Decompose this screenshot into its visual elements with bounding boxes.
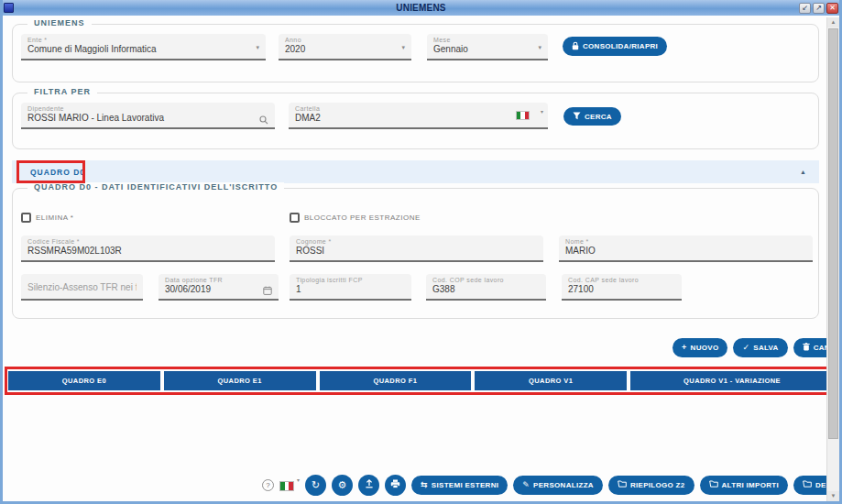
codice-fiscale-label: Codice Fiscale *: [27, 238, 268, 246]
trash-icon: [803, 343, 810, 353]
mese-select[interactable]: Mese Gennaio ▾: [427, 34, 548, 60]
chevron-down-icon: ▾: [401, 44, 405, 51]
data-opzione-value: 30/06/2019: [165, 284, 272, 295]
external-systems-icon: ⇆: [421, 481, 428, 489]
silenzio-assenso-tfr-field[interactable]: Silenzio-Assenso TFR nei fo...: [21, 274, 143, 301]
cognome-field[interactable]: Cognome * ROSSI: [290, 236, 543, 262]
consolida-riapri-button[interactable]: CONSOLIDA/RIAPRI: [563, 37, 667, 56]
quadro-d0-bar[interactable]: QUADRO D0 ▲: [12, 160, 819, 183]
dipendente-field[interactable]: Dipendente ROSSI MARIO - Linea Lavorativ…: [21, 103, 275, 129]
cartella-select[interactable]: Cartella DMA2 ▾: [289, 103, 548, 129]
window-controls: ↙ ↗ ✕: [799, 3, 838, 14]
upload-button[interactable]: [358, 475, 379, 496]
window-title: UNIEMENS: [0, 3, 842, 13]
anno-value: 2020: [285, 44, 405, 55]
elimina-checkbox-label: ELIMINA *: [36, 214, 73, 222]
dipendente-label: Dipendente: [27, 105, 268, 113]
collapse-panel-icon[interactable]: ▲: [800, 169, 806, 175]
bloccato-per-estrazione-checkbox[interactable]: BLOCCATO PER ESTRAZIONE: [290, 213, 421, 223]
titlebar: UNIEMENS ↙ ↗ ✕: [0, 0, 842, 16]
plus-icon: +: [682, 344, 687, 352]
nome-field[interactable]: Nome * MARIO: [559, 236, 813, 262]
quadro-d0-bar-label: QUADRO D0: [30, 168, 85, 177]
personalizza-label: PERSONALIZZA: [533, 481, 594, 489]
scrollbar-thumb[interactable]: [828, 28, 838, 439]
silenzio-assenso-placeholder: Silenzio-Assenso TFR nei fo...: [27, 277, 137, 298]
checkbox-box[interactable]: [21, 213, 31, 223]
sistemi-esterni-label: SISTEMI ESTERNI: [432, 481, 498, 489]
cognome-value: ROSSI: [296, 246, 537, 257]
italy-flag-icon: [516, 111, 530, 120]
ente-label: Ente *: [27, 37, 259, 44]
mese-value: Gennaio: [433, 44, 541, 55]
nuovo-button[interactable]: + NUOVO: [673, 338, 727, 357]
mese-label: Mese: [433, 37, 541, 44]
close-window-button[interactable]: ✕: [826, 3, 838, 14]
dipendente-value: ROSSI MARIO - Linea Lavorativa: [27, 113, 268, 124]
search-icon[interactable]: [259, 112, 268, 128]
altri-importi-label: ALTRI IMPORTI: [722, 481, 779, 489]
refresh-button[interactable]: ↻: [305, 475, 326, 496]
chevron-down-icon: ▾: [256, 44, 259, 51]
tipologia-iscritti-fcp-field[interactable]: Tipologia iscritti FCP 1: [290, 274, 411, 301]
tab-quadro-f1[interactable]: QUADRO F1: [320, 371, 472, 390]
uniemens-window: UNIEMENS ↙ ↗ ✕ UNIEMENS Ente * Comune di…: [0, 0, 842, 504]
quadri-tab-row: QUADRO E0 QUADRO E1 QUADRO F1 QUADRO V1 …: [8, 371, 834, 390]
bloccato-checkbox-label: BLOCCATO PER ESTRAZIONE: [304, 214, 421, 222]
filter-funnel-icon: [573, 112, 581, 122]
uniemens-section-legend: UNIEMENS: [27, 18, 92, 27]
cognome-label: Cognome *: [296, 238, 537, 246]
cod-cap-sede-lavoro-field[interactable]: Cod. CAP sede lavoro 27100: [562, 274, 682, 301]
settings-button[interactable]: ⚙: [332, 475, 353, 496]
tab-quadro-v1-variazione[interactable]: QUADRO V1 - VARIAZIONE: [630, 371, 834, 390]
folder-icon: [709, 480, 718, 489]
check-icon: ✓: [742, 344, 749, 352]
refresh-icon: ↻: [312, 476, 320, 495]
quadro-d0-legend: QUADRO D0 - DATI IDENTIFICATIVI DELL'ISC…: [27, 182, 284, 192]
ente-select[interactable]: Ente * Comune di Maggioli Informatica ▾: [21, 34, 266, 60]
altri-importi-button[interactable]: ALTRI IMPORTI: [700, 476, 788, 495]
restore-window-button[interactable]: ↙: [799, 3, 811, 14]
upload-icon: [365, 476, 374, 495]
data-opzione-tfr-field[interactable]: Data opzione TFR 30/06/2019: [159, 274, 279, 301]
pencil-icon: ✎: [522, 481, 530, 489]
nome-label: Nome *: [565, 238, 806, 246]
nome-value: MARIO: [565, 246, 806, 257]
calendar-icon[interactable]: [263, 282, 272, 299]
anno-select[interactable]: Anno 2020 ▾: [279, 34, 411, 60]
cerca-label: CERCA: [585, 113, 612, 121]
tab-quadro-v1[interactable]: QUADRO V1: [475, 371, 627, 390]
riepilogo-z2-button[interactable]: RIEPILOGO Z2: [608, 476, 694, 495]
scroll-up-icon[interactable]: ▲: [827, 17, 839, 27]
print-button[interactable]: [385, 475, 406, 496]
nuovo-label: NUOVO: [691, 344, 719, 352]
tipologia-label: Tipologia iscritti FCP: [296, 277, 405, 284]
checkbox-box[interactable]: [290, 213, 300, 223]
chevron-down-icon: ▾: [538, 44, 541, 51]
anno-label: Anno: [285, 37, 405, 44]
folder-icon: [803, 480, 812, 489]
tab-quadro-e1[interactable]: QUADRO E1: [164, 371, 316, 390]
cod-cop-sede-lavoro-field[interactable]: Cod. COP sede lavoro G388: [426, 274, 546, 301]
salva-label: SALVA: [753, 344, 778, 352]
cod-cap-label: Cod. CAP sede lavoro: [568, 277, 675, 284]
folder-icon: [618, 480, 627, 489]
bottom-toolbar: ? ▾ ↻ ⚙ ⇆ SISTEMI ESTERNI ✎ PERSONALIZZA…: [262, 473, 842, 497]
personalizza-button[interactable]: ✎ PERSONALIZZA: [513, 476, 603, 495]
elimina-checkbox[interactable]: ELIMINA *: [21, 213, 73, 223]
maximize-window-button[interactable]: ↗: [813, 3, 825, 14]
vertical-scrollbar[interactable]: ▲ ▼: [826, 17, 839, 501]
codice-fiscale-field[interactable]: Codice Fiscale * RSSMRA59M02L103R: [21, 236, 275, 262]
sistemi-esterni-button[interactable]: ⇆ SISTEMI ESTERNI: [411, 476, 508, 495]
chevron-down-icon: ▾: [297, 477, 300, 483]
cerca-button[interactable]: CERCA: [563, 107, 621, 126]
data-opzione-label: Data opzione TFR: [165, 277, 272, 284]
salva-button[interactable]: ✓ SALVA: [733, 338, 787, 357]
cartella-label: Cartella: [295, 105, 541, 113]
tab-quadro-e0[interactable]: QUADRO E0: [8, 371, 160, 390]
scroll-down-icon[interactable]: ▼: [827, 491, 839, 501]
chevron-down-icon: ▾: [541, 108, 543, 115]
cod-cop-label: Cod. COP sede lavoro: [432, 277, 540, 284]
help-icon[interactable]: ?: [262, 479, 274, 491]
language-selector[interactable]: ▾: [279, 478, 300, 491]
